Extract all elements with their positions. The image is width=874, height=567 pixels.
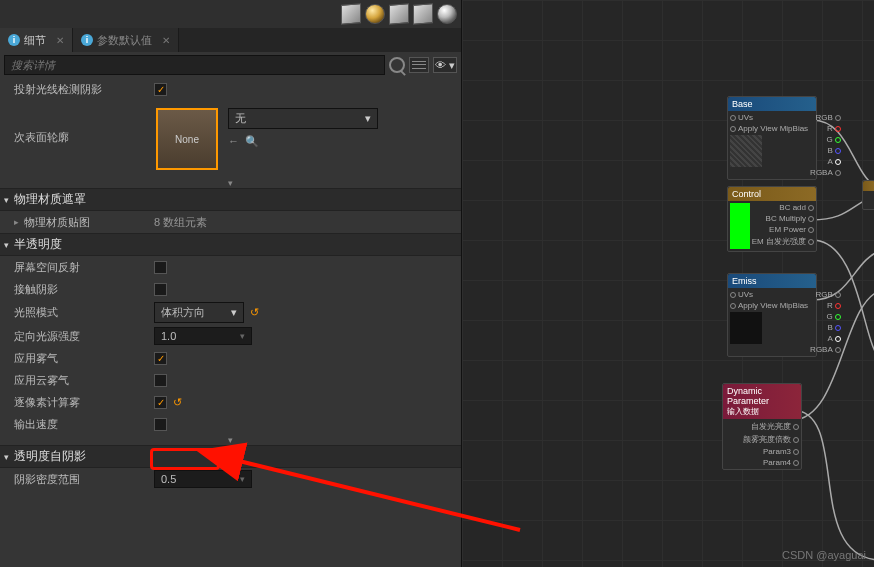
lightmode-dropdown[interactable]: 体积方向▾ [154,302,244,323]
node-header: Base [728,97,816,111]
prop-label: 物理材质贴图 [24,215,154,230]
prop-value: 8 数组元素 [154,215,207,230]
tab-label: 细节 [24,33,46,48]
reset-icon[interactable]: ↺ [173,396,182,409]
node-partial[interactable] [862,180,874,210]
texture-preview [730,203,750,249]
prop-label: 应用雾气 [14,351,154,366]
primitive-cube-icon[interactable] [413,3,433,25]
search-icon[interactable] [389,57,405,73]
category-translucency[interactable]: ▾半透明度 [0,233,461,256]
reset-icon[interactable]: ↺ [250,306,259,319]
close-icon[interactable]: ✕ [56,35,64,46]
prop-label: 接触阴影 [14,282,154,297]
checkbox[interactable] [154,418,167,431]
subsurface-dropdown[interactable]: 无▾ [228,108,378,129]
texture-preview [730,135,762,167]
node-header: Emiss [728,274,816,288]
tab-param-defaults[interactable]: i 参数默认值 ✕ [73,28,179,52]
info-icon: i [8,34,20,46]
numeric-input[interactable]: 1.0▾ [154,327,252,345]
prop-label: 输出速度 [14,417,154,432]
node-control[interactable]: Control BC add BC Multiply EM Power EM 自… [727,186,817,252]
primitive-ball-icon[interactable] [437,4,457,24]
search-row: 👁 ▾ [0,52,461,78]
texture-preview [730,312,762,344]
primitive-plane-icon[interactable] [389,3,409,25]
prop-label: 次表面轮廓 [14,130,154,145]
checkbox[interactable] [154,283,167,296]
node-base[interactable]: Base UVs Apply View MipBias RGB R G B A … [727,96,817,180]
category-self-shadow[interactable]: ▾透明度自阴影 [0,445,461,468]
splitter-icon[interactable] [0,435,461,445]
search-input[interactable] [4,55,385,75]
browse-asset-icon[interactable]: 🔍 [245,135,259,148]
tabs-bar: i 细节 ✕ i 参数默认值 ✕ [0,28,461,52]
tab-label: 参数默认值 [97,33,152,48]
node-header: Control [728,187,816,201]
primitive-cylinder-icon[interactable] [341,3,361,25]
category-physical-material[interactable]: ▾物理材质遮罩 [0,188,461,211]
splitter-icon[interactable] [0,178,461,188]
prop-label: 投射光线检测阴影 [14,82,154,97]
use-asset-icon[interactable]: ← [228,135,239,148]
checkbox[interactable] [154,261,167,274]
visibility-filter-button[interactable]: 👁 ▾ [433,57,457,73]
numeric-input[interactable]: 0.5▾ [154,470,252,488]
properties-scroll[interactable]: 投射光线检测阴影 次表面轮廓 None 无▾ ← 🔍 ▾物理材质 [0,78,461,567]
close-icon[interactable]: ✕ [162,35,170,46]
material-graph[interactable]: Base UVs Apply View MipBias RGB R G B A … [462,0,874,567]
tab-details[interactable]: i 细节 ✕ [0,28,73,52]
info-icon: i [81,34,93,46]
asset-thumbnail[interactable]: None [156,108,218,170]
prop-label: 定向光源强度 [14,329,154,344]
prop-label: 应用云雾气 [14,373,154,388]
node-dynamic-parameter[interactable]: Dynamic Parameter 输入数据 自发光亮度 颜雾亮度倍数 Para… [722,383,802,470]
preview-primitive-toolbar [0,0,461,28]
checkbox-perpixel-fog[interactable] [154,396,167,409]
watermark: CSDN @ayaguai [782,549,866,561]
details-panel: i 细节 ✕ i 参数默认值 ✕ 👁 ▾ 投射光线检测阴影 次表面轮廓 [0,0,462,567]
node-emiss[interactable]: Emiss UVs Apply View MipBias RGB R G B A… [727,273,817,357]
prop-label: 逐像素计算雾 [14,395,154,410]
node-header: Dynamic Parameter 输入数据 [723,384,801,419]
checkbox[interactable] [154,374,167,387]
view-mode-button[interactable] [409,57,429,73]
prop-label: 阴影密度范围 [14,472,154,487]
checkbox[interactable] [154,83,167,96]
prop-label: 光照模式 [14,305,154,320]
checkbox[interactable] [154,352,167,365]
primitive-sphere-icon[interactable] [365,4,385,24]
prop-label: 屏幕空间反射 [14,260,154,275]
